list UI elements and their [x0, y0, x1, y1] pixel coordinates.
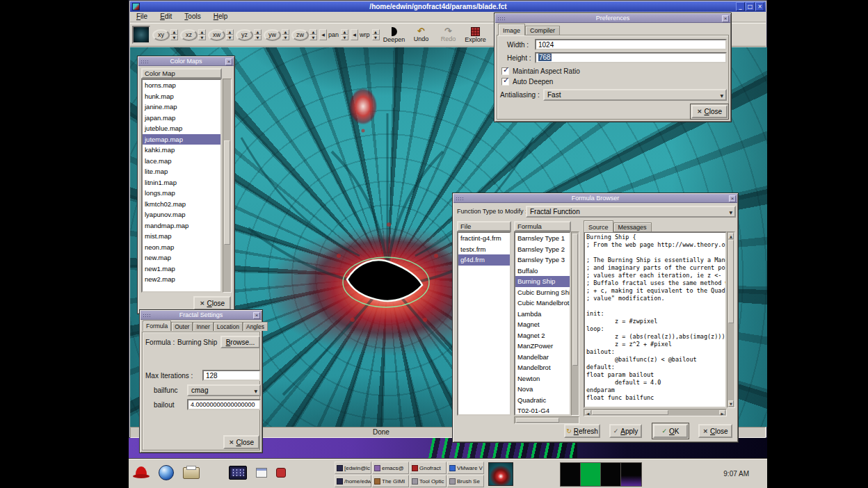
colormap-item[interactable]: lkmtch02.map [143, 199, 220, 210]
source-code-view[interactable]: Burning Ship { ; From the web page http:… [584, 231, 727, 408]
fb-close-button[interactable]: × Close [698, 424, 732, 438]
formula-item[interactable]: Cubic Mandelbrot [515, 298, 570, 309]
titlebar-grip-icon[interactable] [140, 60, 150, 65]
close-button[interactable]: × [755, 2, 764, 11]
pan-spin-up[interactable]: ▲ [341, 29, 348, 35]
task-button[interactable]: The GIMI [372, 475, 409, 487]
redhat-menu-icon[interactable] [133, 466, 150, 480]
formula-item[interactable]: Lambda [515, 309, 570, 320]
scroll-down-icon[interactable]: ▼ [728, 400, 734, 407]
task-button[interactable]: Brush Se [447, 475, 484, 487]
yw-spin-up[interactable]: ▲ [282, 29, 289, 35]
rotate-yw-button[interactable]: yw [264, 29, 281, 41]
xz-spin-down[interactable]: ▼ [198, 35, 206, 40]
tab-source[interactable]: Source [584, 220, 613, 232]
colormap-item[interactable]: lyapunov.map [143, 209, 220, 220]
formula-item[interactable]: Magnet [515, 319, 570, 330]
function-type-dropdown[interactable]: Fractal Function ▼ [526, 206, 736, 218]
xy-spin-down[interactable]: ▼ [170, 35, 178, 40]
task-button[interactable]: /home/edw [335, 475, 371, 487]
colormap-item[interactable]: neon.map [143, 242, 220, 253]
menu-file[interactable]: File [130, 12, 154, 22]
color-maps-titlebar[interactable]: Color Maps × [138, 57, 234, 66]
apply-button[interactable]: ✓ Apply [609, 424, 642, 438]
rotate-xy-button[interactable]: xy [152, 29, 170, 41]
antialiasing-dropdown[interactable]: Fast ▼ [543, 89, 727, 101]
formula-item[interactable]: Cubic Burning Ship [515, 287, 570, 298]
pager-cell[interactable] [561, 463, 581, 486]
preferences-titlebar[interactable]: Preferences × [495, 14, 730, 23]
explore-button[interactable]: Explore [463, 24, 488, 46]
ok-button[interactable]: ✓ OK [653, 424, 688, 438]
formula-item[interactable]: Mandelbrot [515, 362, 570, 373]
rotate-xw-button[interactable]: xw [208, 29, 225, 41]
formula-item[interactable]: ManZPower [515, 341, 570, 352]
colormap-item[interactable]: jutemap.map [143, 134, 220, 145]
tab-inner[interactable]: Inner [193, 322, 213, 331]
zw-spin-up[interactable]: ▲ [310, 29, 317, 35]
colormap-item[interactable]: lace.map [143, 156, 220, 167]
window-tool-icon[interactable] [256, 468, 267, 478]
window-titlebar[interactable]: /home/edwin/gnofract4d/params/blade.fct … [130, 1, 766, 12]
file-item[interactable]: gf4d.frm [458, 254, 510, 266]
formula-browser-titlebar[interactable]: Formula Browser × [453, 194, 737, 203]
height-field[interactable]: 768 [535, 52, 727, 63]
colormap-item[interactable]: new.map [143, 252, 220, 263]
pager-cell[interactable] [581, 463, 601, 486]
file-column-header[interactable]: File [457, 221, 511, 231]
max-iterations-field[interactable] [202, 370, 261, 381]
scrollbar-thumb[interactable] [572, 234, 578, 366]
dialog-close-icon[interactable]: × [729, 195, 736, 202]
task-button[interactable]: Gnofract [410, 462, 447, 474]
bailout-field[interactable] [187, 399, 261, 410]
xw-spin-up[interactable]: ▲ [226, 29, 234, 35]
titlebar-grip-icon[interactable] [497, 17, 506, 22]
formula-column-header[interactable]: Formula [514, 221, 571, 231]
tab-image[interactable]: Image [498, 24, 525, 35]
fractal-thumbnail[interactable] [488, 462, 513, 486]
dialog-close-icon[interactable]: × [253, 312, 260, 319]
colormap-item[interactable]: janine.map [143, 101, 220, 113]
formula-item[interactable]: Quadratic [515, 395, 570, 406]
yw-spin-down[interactable]: ▼ [282, 35, 289, 40]
settings-close-button[interactable]: × Close [223, 435, 259, 449]
formula-vscrollbar[interactable] [571, 231, 579, 416]
rotate-yz-button[interactable]: yz [236, 29, 253, 41]
colormap-item[interactable]: litnin1.map [143, 177, 220, 188]
xz-spin-up[interactable]: ▲ [198, 29, 206, 35]
source-hscrollbar[interactable]: ◀ ▶ [584, 409, 727, 416]
printer-icon[interactable] [183, 467, 200, 479]
deepen-button[interactable]: Deepen [382, 24, 407, 46]
formula-item[interactable]: Burning Ship [515, 276, 570, 287]
width-field[interactable] [535, 39, 727, 50]
refresh-button[interactable]: ↻ Refresh [564, 424, 600, 438]
pan-spin-down[interactable]: ▼ [341, 35, 348, 40]
terminal-monitor-icon[interactable] [229, 466, 247, 480]
yz-spin-up[interactable]: ▲ [254, 29, 262, 35]
colormap-item[interactable]: longs.map [143, 188, 220, 199]
menu-edit[interactable]: Edit [154, 12, 178, 22]
tab-compiler[interactable]: Compiler [525, 26, 560, 35]
menu-help[interactable]: Help [207, 12, 234, 22]
formula-hscrollbar[interactable] [514, 416, 579, 424]
formula-item[interactable]: Mandelbar [515, 352, 570, 363]
task-button[interactable]: emacs@ [372, 462, 409, 474]
warp-spin-down[interactable]: ▼ [372, 35, 380, 40]
colormap-item[interactable]: horns.map [143, 80, 220, 91]
fractal-settings-titlebar[interactable]: Fractal Settings × [140, 311, 262, 320]
task-button[interactable]: Tool Optic [410, 475, 447, 487]
undo-button[interactable]: ↶ Undo [409, 24, 434, 46]
colormap-item[interactable]: mist.map [143, 231, 220, 242]
tab-angles[interactable]: Angles [243, 322, 268, 331]
source-vscrollbar[interactable]: ▲ ▼ [727, 231, 735, 408]
titlebar-grip-icon[interactable] [456, 197, 465, 202]
pager-cell[interactable] [601, 463, 621, 486]
xw-spin-down[interactable]: ▼ [226, 35, 234, 40]
tab-messages[interactable]: Messages [613, 222, 652, 232]
zw-spin-down[interactable]: ▼ [310, 35, 317, 40]
warp-spin-up[interactable]: ▲ [372, 29, 380, 35]
colormap-vscrollbar[interactable] [223, 79, 232, 293]
scrollbar-thumb[interactable] [224, 140, 230, 245]
dialog-close-icon[interactable]: × [225, 58, 232, 65]
scroll-right-icon[interactable]: ▶ [719, 410, 725, 415]
